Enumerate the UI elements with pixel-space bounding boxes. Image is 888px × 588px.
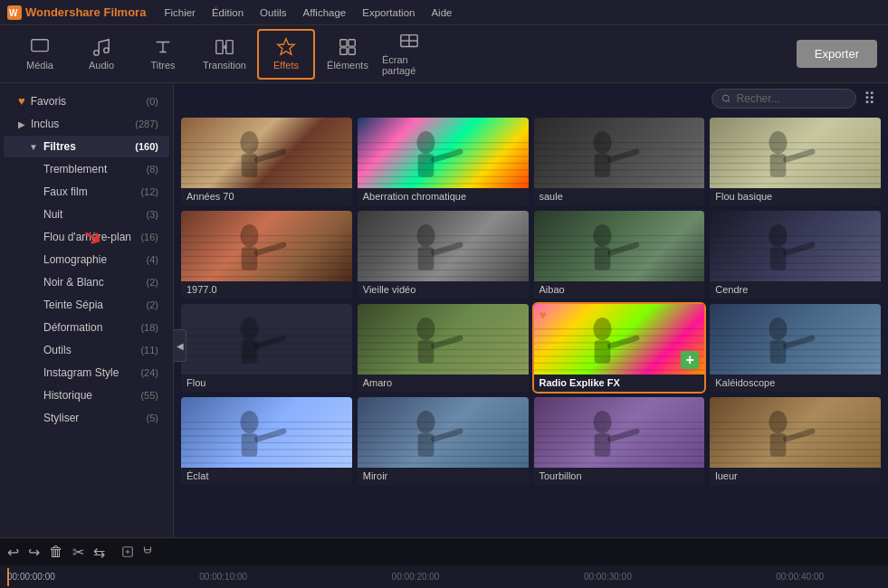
svg-line-79 bbox=[434, 245, 460, 253]
svg-rect-155 bbox=[242, 433, 258, 456]
toolbar-audio[interactable]: Audio bbox=[72, 29, 130, 80]
svg-line-35 bbox=[434, 152, 460, 160]
menu-aide[interactable]: Aide bbox=[424, 5, 459, 20]
toolbar-effets[interactable]: Effets bbox=[257, 29, 315, 80]
effect-card-kaleidoscope[interactable]: Kaléidoscope bbox=[710, 304, 881, 392]
sidebar-lomographie-count: (4) bbox=[147, 254, 158, 265]
toolbar-ecran[interactable]: Écran partagé bbox=[380, 29, 438, 80]
effect-card-aberration[interactable]: Aberration chromatique bbox=[358, 118, 529, 205]
effect-card-flou-basique[interactable]: Flou basique bbox=[710, 118, 881, 205]
sidebar-item-historique[interactable]: Historique (55) bbox=[4, 384, 169, 406]
svg-text:W: W bbox=[9, 8, 18, 18]
add-clip-icon bbox=[121, 545, 134, 558]
effect-label-aibao: Aibao bbox=[534, 281, 705, 299]
toolbar-ecran-label: Écran partagé bbox=[382, 54, 436, 76]
svg-point-154 bbox=[240, 411, 258, 433]
chevron-down-icon: ▼ bbox=[29, 142, 38, 152]
search-input[interactable] bbox=[737, 92, 846, 105]
effect-card-flou[interactable]: Flou bbox=[181, 304, 352, 392]
search-box[interactable] bbox=[711, 89, 856, 109]
effect-card-amaro[interactable]: Amaro bbox=[358, 304, 529, 392]
effect-thumb-svg bbox=[358, 397, 529, 468]
effect-card-saule[interactable]: saule bbox=[534, 118, 705, 205]
sidebar-outils-label: Outils bbox=[43, 344, 72, 356]
sidebar-item-outils[interactable]: Outils (11) bbox=[4, 339, 169, 361]
svg-rect-166 bbox=[417, 433, 434, 456]
effect-thumb-svg bbox=[181, 118, 352, 188]
sidebar-collapse-btn[interactable]: ◀ bbox=[174, 329, 186, 362]
effect-card-eclat[interactable]: Éclat bbox=[181, 397, 352, 485]
svg-point-121 bbox=[416, 318, 434, 340]
menu-affichage[interactable]: Affichage bbox=[296, 5, 354, 20]
grid-view-toggle[interactable]: ⠿ bbox=[864, 89, 877, 109]
svg-rect-56 bbox=[770, 154, 787, 176]
toolbar-titres[interactable]: Titres bbox=[134, 29, 192, 80]
effect-card-radio-explike[interactable]: ♥+Radio Explike FX bbox=[534, 304, 705, 392]
menu-outils[interactable]: Outils bbox=[253, 5, 293, 20]
effect-card-lueur[interactable]: lueur bbox=[710, 397, 881, 485]
svg-rect-188 bbox=[770, 433, 787, 456]
toolbar-media[interactable]: Média bbox=[11, 29, 69, 80]
effect-card-tourbillon[interactable]: Tourbillon bbox=[534, 397, 705, 485]
sidebar-item-faux-film[interactable]: Faux film (12) bbox=[4, 181, 169, 203]
menu-edition[interactable]: Édition bbox=[205, 5, 251, 20]
sidebar-tremblement-label: Tremblement bbox=[43, 163, 107, 175]
sidebar-faux-film-count: (12) bbox=[140, 186, 158, 197]
effect-thumb-svg bbox=[534, 211, 705, 281]
svg-line-189 bbox=[787, 432, 813, 440]
export-button[interactable]: Exporter bbox=[797, 40, 877, 68]
toolbar-elements[interactable]: Éléments bbox=[319, 29, 377, 80]
undo-button[interactable]: ↩ bbox=[7, 544, 19, 561]
svg-point-143 bbox=[769, 318, 788, 340]
effect-thumb-svg bbox=[181, 397, 352, 468]
sidebar-item-deformation[interactable]: Déformation (18) bbox=[4, 317, 169, 338]
svg-rect-5 bbox=[216, 41, 223, 54]
sidebar-item-filtres[interactable]: ▼ Filtres (160) bbox=[4, 136, 169, 157]
effect-card-miroir[interactable]: Miroir bbox=[358, 397, 529, 485]
svg-line-156 bbox=[257, 432, 283, 440]
effect-label-aberration: Aberration chromatique bbox=[358, 188, 529, 205]
menu-fichier[interactable]: Fichier bbox=[157, 5, 203, 20]
heart-icon: ♥ bbox=[18, 94, 25, 108]
sidebar-item-inclus[interactable]: ▶ Inclus (287) bbox=[4, 113, 169, 135]
sidebar-item-styliser[interactable]: Styliser (5) bbox=[4, 407, 169, 429]
chevron-right-icon: ▶ bbox=[18, 119, 25, 129]
svg-rect-11 bbox=[349, 48, 355, 54]
effect-card-1977[interactable]: 1977.0 bbox=[181, 211, 352, 299]
effect-label-eclat: Éclat bbox=[181, 468, 352, 485]
effect-card-annees70[interactable]: Années 70 bbox=[181, 118, 352, 205]
heart-icon-radio-explike: ♥ bbox=[539, 308, 547, 322]
sidebar-item-noir-blanc[interactable]: Noir & Blanc (2) bbox=[4, 271, 169, 293]
effect-card-vieille-video[interactable]: Vieille vidéo bbox=[358, 211, 529, 299]
sidebar-item-tremblement[interactable]: Tremblement (8) bbox=[4, 158, 169, 180]
sidebar-item-teinte-sepia[interactable]: Teinte Sépia (2) bbox=[4, 294, 169, 316]
magnet-icon bbox=[141, 545, 154, 558]
cut-button[interactable]: ✂ bbox=[72, 544, 84, 561]
sidebar-flou-arriere-count: (16) bbox=[140, 232, 158, 242]
add-icon-radio-explike[interactable]: + bbox=[681, 351, 699, 369]
svg-marker-7 bbox=[278, 39, 294, 54]
delete-button[interactable]: 🗑 bbox=[49, 544, 63, 560]
sidebar-item-lomographie[interactable]: Lomographie (4) bbox=[4, 249, 169, 270]
menu-exportation[interactable]: Exportation bbox=[355, 5, 422, 20]
app-logo: W Wondershare Filmora bbox=[7, 5, 146, 20]
sidebar-item-instagram[interactable]: Instagram Style (24) bbox=[4, 362, 169, 384]
sidebar-item-flou-arriere[interactable]: Flou d'arrière-plan (16) bbox=[4, 226, 169, 248]
svg-point-4 bbox=[104, 48, 110, 52]
svg-rect-67 bbox=[242, 247, 258, 270]
effect-thumbnail-miroir bbox=[358, 397, 529, 468]
effect-label-annees70: Années 70 bbox=[181, 188, 352, 205]
sidebar-item-nuit[interactable]: Nuit (3) bbox=[4, 204, 169, 225]
adjust-button[interactable]: ⇆ bbox=[93, 544, 105, 561]
svg-point-22 bbox=[240, 131, 258, 154]
svg-point-165 bbox=[416, 411, 434, 433]
effect-card-cendre[interactable]: Cendre bbox=[710, 211, 881, 299]
effect-label-lueur: lueur bbox=[710, 468, 881, 485]
redo-button[interactable]: ↪ bbox=[28, 544, 40, 561]
effect-thumbnail-flou-basique bbox=[710, 118, 881, 188]
svg-rect-111 bbox=[242, 340, 258, 363]
svg-rect-78 bbox=[417, 247, 434, 270]
toolbar-transition[interactable]: Transition bbox=[196, 29, 253, 80]
effect-card-aibao[interactable]: Aibao bbox=[534, 211, 705, 299]
sidebar-item-favoris[interactable]: ♥ Favoris (0) bbox=[4, 90, 169, 112]
